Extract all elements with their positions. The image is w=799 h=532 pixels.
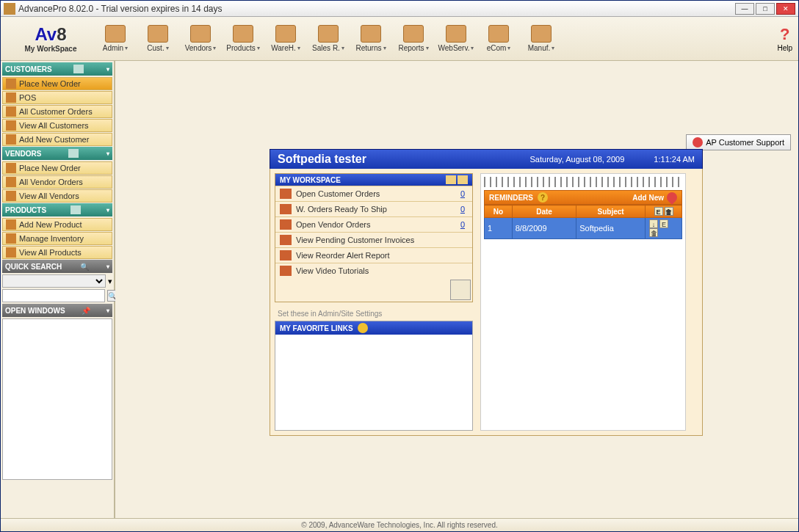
toolbar-icon <box>361 25 381 43</box>
reminders-title: REMINDERS <box>489 194 533 202</box>
sidebar-item-place-new-order[interactable]: Place New Order <box>2 77 112 90</box>
chevron-down-icon: ▾ <box>106 307 109 314</box>
col-date[interactable]: Date <box>512 205 576 218</box>
toolbar-returns[interactable]: Returns <box>350 23 391 54</box>
item-label: View All Customers <box>19 121 89 130</box>
toolbar-label: WareH. <box>271 44 300 52</box>
toolbar-label: Sales R. <box>312 44 344 52</box>
edit-icon[interactable]: E <box>654 207 663 216</box>
toolbar-cust[interactable]: Cust. <box>137 23 178 54</box>
sidebar-item-place-new-order[interactable]: Place New Order <box>2 161 112 175</box>
window-title: AdvancePro 8.02.0 - Trial version expire… <box>18 4 735 14</box>
row-label: Open Vendor Orders <box>296 220 460 229</box>
row-icon <box>280 250 292 260</box>
quicksearch-select[interactable] <box>2 274 106 288</box>
item-label: View All Products <box>19 248 82 257</box>
toolbar-label: Admin <box>103 44 128 52</box>
item-label: Place New Order <box>19 164 81 172</box>
toolbar-icon <box>148 25 168 43</box>
sidebar-item-view-all-products[interactable]: View All Products <box>2 246 112 259</box>
vendors-title: VENDORS <box>5 150 41 158</box>
chevron-down-icon: ▾ <box>106 66 109 73</box>
row-value[interactable]: 0 <box>460 220 465 229</box>
open-windows-list <box>2 318 112 480</box>
minimize-button[interactable]: — <box>735 3 754 15</box>
help-button[interactable]: ? Help <box>777 25 792 52</box>
toolbar-products[interactable]: Products <box>223 23 264 54</box>
customer-support-button[interactable]: AP Customer Support <box>686 134 791 150</box>
down-icon[interactable]: ↓ <box>649 219 658 228</box>
edit-icon[interactable] <box>450 280 471 300</box>
row-label: W. Orders Ready To Ship <box>296 205 460 214</box>
row-label: View Pending Customer Invoices <box>296 236 468 244</box>
toolbar-salesr[interactable]: Sales R. <box>308 23 349 54</box>
sidebar-item-manage-inventory[interactable]: Manage Inventory <box>2 232 112 245</box>
workspace-row[interactable]: Open Customer Orders0 <box>275 186 472 201</box>
toolbar-icon <box>488 25 509 43</box>
toolbar-icon <box>233 25 253 43</box>
item-icon <box>6 163 16 173</box>
sidebar-item-add-new-customer[interactable]: Add New Customer <box>2 133 112 146</box>
col-subject[interactable]: Subject <box>576 205 646 218</box>
toolbar-label: Returns <box>355 44 386 52</box>
toolbar-webserv[interactable]: WebServ. <box>435 23 477 54</box>
sidebar-item-all-customer-orders[interactable]: All Customer Orders <box>2 105 112 118</box>
statusbar: © 2009, AdvanceWare Technologies, Inc. A… <box>1 518 798 531</box>
toolbar-ecom[interactable]: eCom <box>478 23 519 54</box>
toolbar-manuf[interactable]: Manuf. <box>521 23 562 54</box>
item-icon <box>6 247 16 258</box>
main-content: AP Customer Support Softpedia tester Sat… <box>115 61 798 518</box>
vendors-header[interactable]: VENDORS▾ <box>2 147 112 160</box>
my-workspace-header: MY WORKSPACE <box>275 174 472 186</box>
toolbar-admin[interactable]: Admin <box>95 23 136 54</box>
help-icon[interactable]: ? <box>538 192 548 203</box>
my-workspace-title: MY WORKSPACE <box>280 176 341 184</box>
close-button[interactable]: ✕ <box>776 3 795 15</box>
spiral-binding <box>484 177 682 187</box>
row-value[interactable]: 0 <box>460 205 465 214</box>
customers-header[interactable]: CUSTOMERS▾ <box>2 62 112 76</box>
item-icon <box>6 177 16 187</box>
workspace-row[interactable]: View Reorder Alert Report <box>275 247 472 263</box>
row-label: Open Customer Orders <box>296 189 460 198</box>
item-icon <box>6 92 16 103</box>
item-icon <box>6 106 16 117</box>
dropdown-icon[interactable]: ▾ <box>108 277 112 286</box>
toolbar-vendors[interactable]: Vendors <box>180 23 221 54</box>
sidebar-item-add-new-product[interactable]: Add New Product <box>2 218 112 231</box>
toolbar-label: Cust. <box>147 44 168 52</box>
item-icon <box>6 191 16 201</box>
sidebar-item-view-all-vendors[interactable]: View All Vendors <box>2 189 112 203</box>
toolbar-wareh[interactable]: WareH. <box>265 23 306 54</box>
support-icon <box>693 137 703 147</box>
workspace-row[interactable]: View Video Tutorials <box>275 263 472 278</box>
sidebar-item-all-vendor-orders[interactable]: All Vendor Orders <box>2 175 112 189</box>
workspace-time: 1:11:24 AM <box>654 155 695 164</box>
products-header[interactable]: PRODUCTS▾ <box>2 203 112 216</box>
row-value[interactable]: 0 <box>460 189 465 198</box>
delete-icon[interactable]: 🗑 <box>665 207 673 216</box>
workspace-row[interactable]: Open Vendor Orders0 <box>275 216 472 232</box>
delete-icon[interactable]: 🗑 <box>649 228 658 237</box>
maximize-button[interactable]: □ <box>756 3 775 15</box>
sidebar-item-pos[interactable]: POS <box>2 91 112 104</box>
workspace-titlebar: Softpedia tester Saturday, August 08, 20… <box>270 149 703 169</box>
workspace-row[interactable]: W. Orders Ready To Ship0 <box>275 201 472 216</box>
row-icon <box>280 189 292 199</box>
favorites-title: MY FAVORITE LINKS <box>280 324 353 332</box>
add-new-reminder[interactable]: Add New <box>632 194 664 202</box>
panel-tools[interactable] <box>446 175 468 184</box>
sidebar-item-view-all-customers[interactable]: View All Customers <box>2 119 112 132</box>
cell-actions: ↓E🗑 <box>646 218 682 239</box>
reminders-panel: REMINDERS ? Add New No Date Subject E🗑 1… <box>480 173 686 431</box>
col-no[interactable]: No <box>485 205 513 218</box>
quicksearch-input[interactable] <box>2 289 105 302</box>
toolbar-reports[interactable]: Reports <box>393 23 434 54</box>
pin-icon[interactable]: 📌 <box>82 307 90 315</box>
edit-icon[interactable]: E <box>659 219 668 228</box>
reminder-row[interactable]: 18/8/2009Softpedia↓E🗑 <box>485 218 682 239</box>
item-label: All Vendor Orders <box>19 178 83 186</box>
col-actions: E🗑 <box>646 205 682 218</box>
workspace-row[interactable]: View Pending Customer Invoices <box>275 232 472 247</box>
reminders-table: No Date Subject E🗑 18/8/2009Softpedia↓E🗑 <box>484 205 682 239</box>
